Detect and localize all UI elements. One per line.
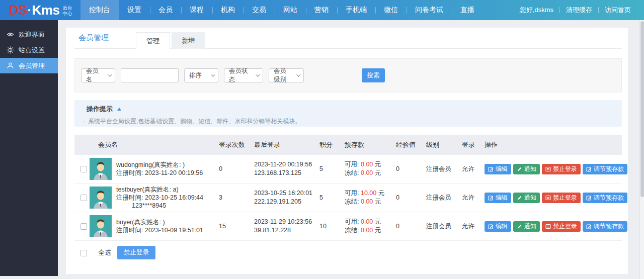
notify-button[interactable]: 通知 [513, 193, 540, 203]
scrollbar-thumb[interactable] [640, 21, 644, 197]
top-right-menu: 您好,dskms 清理缓存 访问首页 [514, 0, 644, 20]
adjust-deposit-button[interactable]: 调节预存款 [583, 193, 627, 203]
deposit-frozen: 0.00 [361, 198, 373, 205]
sort-select[interactable]: 排序 [184, 68, 218, 82]
top-menu-live[interactable]: 直播 [452, 0, 483, 20]
header-login: 登录 [457, 140, 479, 149]
table-row: testbuyer(真实姓名: a) 注册时间: 2023-10-25 16:0… [74, 183, 622, 212]
login-count: 15 [214, 223, 249, 230]
top-navbar: DS · Kms 后台 中心 控制台 设置 会员 课程 机构 交易 网站 营销 … [0, 0, 644, 20]
tips-header[interactable]: 操作提示 [87, 105, 622, 114]
login-count: 0 [214, 165, 249, 172]
vertical-scrollbar[interactable] [639, 20, 644, 279]
row-checkbox[interactable] [80, 195, 87, 201]
forbid-login-button[interactable]: 禁止登录 [542, 193, 581, 203]
points: 10 [314, 223, 340, 230]
last-login-time: 2023-11-29 10:23:56 [254, 218, 314, 226]
member-name: wudongming(真实姓名: ) [116, 161, 203, 169]
edit-button[interactable]: 编辑 [485, 221, 511, 232]
header-member: 会员名 [90, 140, 214, 149]
register-time: 注册时间: 2023-10-25 16:09:44 [116, 194, 203, 202]
last-login-time: 2023-11-20 00:19:56 [254, 160, 314, 169]
header-exp: 经验值 [391, 140, 421, 149]
tab-add-new[interactable]: 新增 [172, 32, 205, 49]
row-checkbox[interactable] [80, 166, 87, 172]
pencil-icon [517, 224, 522, 229]
pencil-icon [517, 166, 522, 172]
member-level: 注册会员 [421, 194, 457, 202]
forbid-login-button[interactable]: 禁止登录 [542, 164, 581, 174]
top-menu-settings[interactable]: 设置 [119, 0, 150, 20]
row-checkbox[interactable] [80, 223, 87, 230]
top-menu-transactions[interactable]: 交易 [244, 0, 275, 20]
member-status-select[interactable]: 会员状态 [224, 68, 263, 82]
chevron-down-icon [108, 72, 112, 76]
sidebar-item-label: 会员管理 [19, 61, 45, 70]
chevron-down-icon [211, 72, 215, 76]
app-logo[interactable]: DS · Kms 后台 中心 [0, 0, 80, 20]
keyword-input[interactable] [121, 68, 179, 82]
app-window: DS · Kms 后台 中心 控制台 设置 会员 课程 机构 交易 网站 营销 … [0, 0, 644, 279]
collapse-arrow-icon [117, 108, 121, 111]
last-login-ip: 39.81.12.228 [254, 226, 314, 235]
login-status: 允许 [457, 222, 479, 231]
top-menu-console[interactable]: 控制台 [80, 0, 119, 20]
adjust-deposit-icon [586, 166, 592, 172]
sidebar-item-welcome[interactable]: 欢迎界面 [0, 27, 58, 42]
clear-cache-link[interactable]: 清理缓存 [560, 6, 598, 15]
logo-suffix: 后台 中心 [62, 6, 72, 16]
deposit-available: 10.00 [361, 190, 376, 197]
top-menu-mobile[interactable]: 手机端 [337, 0, 375, 20]
top-menu-courses[interactable]: 课程 [181, 0, 212, 20]
gear-icon [7, 46, 14, 54]
top-menu-members[interactable]: 会员 [150, 0, 181, 20]
sidebar-item-member-management[interactable]: 会员管理 [0, 58, 58, 73]
bulk-forbid-login-button[interactable]: 禁止登录 [117, 246, 155, 259]
member-level: 注册会员 [421, 222, 457, 231]
adjust-deposit-icon [586, 224, 592, 229]
last-login-cell: 2023-11-29 10:23:56 39.81.12.228 [249, 218, 314, 235]
member-cell: wudongming(真实姓名: ) 注册时间: 2023-11-20 00:1… [90, 158, 214, 180]
adjust-deposit-button[interactable]: 调节预存款 [583, 221, 627, 232]
search-button[interactable]: 搜索 [362, 68, 385, 82]
member-name-select[interactable]: 会员名 [81, 68, 115, 82]
edit-button[interactable]: 编辑 [485, 193, 511, 203]
tab-manage[interactable]: 管理 [136, 32, 170, 49]
row-actions: 编辑 通知 禁止登录 调节预存款 [479, 193, 627, 203]
header-points: 积分 [314, 140, 340, 149]
ban-icon [545, 195, 551, 201]
select-all-checkbox[interactable] [80, 250, 87, 256]
filter-bar: 会员名 排序 会员状态 会员级别 搜索 [74, 58, 622, 92]
member-level-select[interactable]: 会员级别 [269, 68, 304, 82]
top-menu-institutions[interactable]: 机构 [212, 0, 244, 20]
top-menu-survey[interactable]: 问卷考试 [407, 0, 452, 20]
deposit-frozen: 0.00 [361, 227, 373, 234]
adjust-deposit-icon [586, 195, 592, 201]
deposit-cell: 可用: 0.00 元 冻结: 0.00 元 [340, 160, 391, 177]
greeting-user[interactable]: 您好,dskms [514, 6, 559, 15]
deposit-cell: 可用: 10.00 元 冻结: 0.00 元 [340, 189, 391, 206]
members-table: 会员名 登录次数 最后登录 积分 预存款 经验值 级别 登录 操作 [74, 135, 622, 259]
eye-icon [7, 31, 14, 38]
forbid-login-button[interactable]: 禁止登录 [542, 221, 581, 232]
last-login-cell: 2023-10-25 16:20:01 222.129.191.205 [249, 189, 314, 206]
member-phone: 123****8945 [116, 202, 203, 210]
visit-home-link[interactable]: 访问首页 [599, 6, 637, 15]
notify-button[interactable]: 通知 [513, 221, 540, 232]
notify-button[interactable]: 通知 [513, 164, 540, 174]
top-menu-marketing[interactable]: 营销 [306, 0, 337, 20]
sidebar-item-site-settings[interactable]: 站点设置 [0, 42, 58, 58]
top-menu-wechat[interactable]: 微信 [375, 0, 407, 20]
top-menu-website[interactable]: 网站 [275, 0, 306, 20]
avatar [90, 158, 112, 180]
sidebar-item-label: 欢迎界面 [19, 30, 45, 39]
last-login-ip: 222.129.191.205 [254, 198, 314, 206]
pencil-icon [517, 195, 522, 201]
adjust-deposit-button[interactable]: 调节预存款 [583, 164, 627, 174]
header-last-login: 最后登录 [249, 140, 314, 149]
exp-value: 0 [391, 165, 421, 172]
member-name: testbuyer(真实姓名: a) [116, 185, 203, 194]
edit-button[interactable]: 编辑 [485, 164, 511, 174]
register-time: 注册时间: 2023-11-20 00:19:56 [116, 169, 203, 177]
deposit-available: 0.00 [361, 161, 373, 168]
